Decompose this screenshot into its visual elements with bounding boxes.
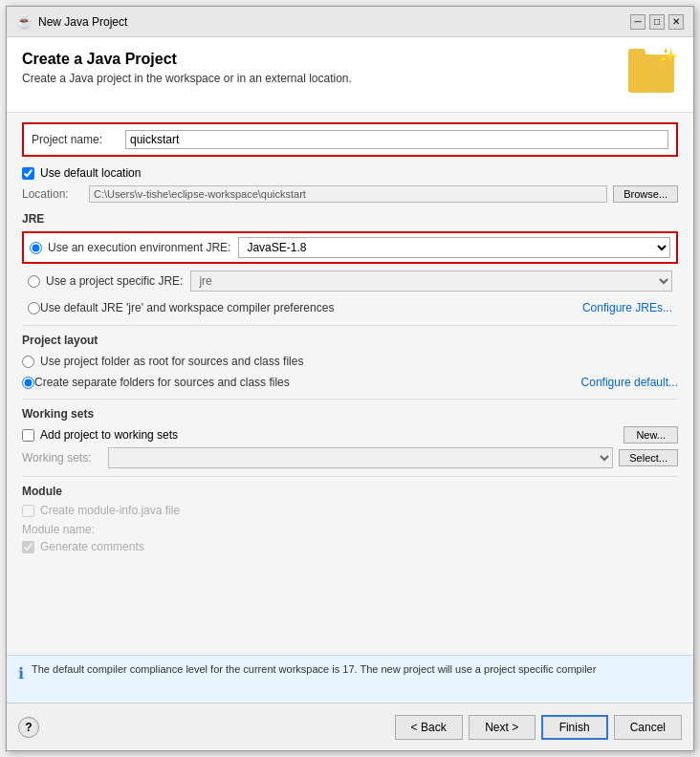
add-to-working-sets-label: Add project to working sets xyxy=(22,428,623,442)
jre-option3-row: Use default JRE 'jre' and workspace comp… xyxy=(22,298,678,317)
java-icon: ☕ xyxy=(16,14,33,30)
configure-default-link[interactable]: Configure default... xyxy=(581,376,678,389)
jre-option2-row: Use a project specific JRE: jre xyxy=(22,268,678,294)
header-section: Create a Java Project Create a Java proj… xyxy=(7,37,693,113)
footer: ? < Back Next > Finish Cancel xyxy=(7,703,693,750)
generate-comments-checkbox[interactable] xyxy=(22,541,34,553)
location-row: Location: Browse... xyxy=(22,185,678,203)
module-name-row: Module name: xyxy=(22,523,678,536)
layout-option2-radio[interactable] xyxy=(22,377,34,389)
title-bar-text: New Java Project xyxy=(38,15,127,29)
layout-option2-row: Create separate folders for sources and … xyxy=(22,374,678,391)
header-text: Create a Java Project Create a Java proj… xyxy=(22,51,352,85)
new-working-set-button[interactable]: New... xyxy=(623,426,678,443)
title-bar: ☕ New Java Project ─ □ ✕ xyxy=(7,7,693,37)
folder-icon xyxy=(628,54,674,93)
project-name-label: Project name: xyxy=(32,133,118,146)
module-section-title: Module xyxy=(22,485,678,498)
use-default-location-checkbox[interactable] xyxy=(22,167,34,180)
jre-specific-select[interactable]: jre xyxy=(190,270,672,292)
create-module-info-row: Create module-info.java file xyxy=(22,504,678,517)
title-bar-controls: ─ □ ✕ xyxy=(630,14,684,30)
info-message: The default compiler compliance level fo… xyxy=(32,663,596,675)
layout-option1-radio[interactable] xyxy=(22,356,34,368)
add-to-working-sets-text: Add project to working sets xyxy=(40,428,178,442)
divider2 xyxy=(22,399,678,400)
page-title: Create a Java Project xyxy=(22,51,352,68)
jre-option1-label: Use an execution environment JRE: xyxy=(48,241,230,254)
working-sets-title: Working sets xyxy=(22,407,678,421)
layout-section-title: Project layout xyxy=(22,334,678,347)
jre-option3-inner: Use default JRE 'jre' and workspace comp… xyxy=(28,301,334,314)
info-icon: ℹ xyxy=(18,664,24,682)
location-label: Location: xyxy=(22,187,89,201)
finish-button[interactable]: Finish xyxy=(541,715,608,740)
working-sets-select-row: Working sets: Select... xyxy=(22,447,678,468)
divider1 xyxy=(22,325,678,326)
generate-comments-label: Generate comments xyxy=(40,540,144,553)
create-module-info-label: Create module-info.java file xyxy=(40,504,180,517)
jre-section-title: JRE xyxy=(22,212,678,226)
select-working-sets-button[interactable]: Select... xyxy=(619,449,678,466)
add-to-working-sets-checkbox[interactable] xyxy=(22,429,34,442)
help-button[interactable]: ? xyxy=(18,717,39,738)
working-sets-row: Add project to working sets New... xyxy=(22,426,678,443)
next-button[interactable]: Next > xyxy=(469,715,536,740)
footer-right: < Back Next > Finish Cancel xyxy=(395,715,682,740)
jre-option1-radio[interactable] xyxy=(30,242,42,254)
module-section: Module Create module-info.java file Modu… xyxy=(22,485,678,553)
browse-button[interactable]: Browse... xyxy=(613,185,678,203)
dialog: ☕ New Java Project ─ □ ✕ Create a Java P… xyxy=(6,6,694,751)
divider3 xyxy=(22,476,678,477)
content: Project name: Use default location Locat… xyxy=(7,113,693,655)
cancel-button[interactable]: Cancel xyxy=(614,715,682,740)
footer-left: ? xyxy=(18,717,39,738)
title-bar-left: ☕ New Java Project xyxy=(16,14,127,30)
working-sets-label: Working sets: xyxy=(22,451,108,465)
layout-option2-label: Create separate folders for sources and … xyxy=(34,376,290,389)
jre-option3-radio[interactable] xyxy=(28,302,40,314)
jre-option1-highlighted: Use an execution environment JRE: JavaSE… xyxy=(22,231,678,264)
page-subtitle: Create a Java project in the workspace o… xyxy=(22,72,352,85)
module-name-label: Module name: xyxy=(22,523,108,536)
jre-option3-label: Use default JRE 'jre' and workspace comp… xyxy=(40,301,334,314)
project-name-section: Project name: xyxy=(22,122,678,157)
default-location-row: Use default location xyxy=(22,166,678,180)
layout-option2-inner: Create separate folders for sources and … xyxy=(22,376,290,389)
jre-option1-row: Use an execution environment JRE: JavaSE… xyxy=(30,237,670,258)
jre-option2-radio[interactable] xyxy=(28,275,40,288)
jre-section: JRE Use an execution environment JRE: Ja… xyxy=(22,212,678,317)
close-button[interactable]: ✕ xyxy=(668,14,684,30)
layout-option1-row: Use project folder as root for sources a… xyxy=(22,353,678,370)
maximize-button[interactable]: □ xyxy=(649,14,665,30)
working-sets-section: Working sets Add project to working sets… xyxy=(22,407,678,468)
layout-section: Project layout Use project folder as roo… xyxy=(22,334,678,391)
project-name-input[interactable] xyxy=(125,130,668,149)
use-default-location-label: Use default location xyxy=(40,166,141,180)
minimize-button[interactable]: ─ xyxy=(630,14,645,30)
location-input[interactable] xyxy=(89,185,607,203)
configure-jres-link[interactable]: Configure JREs... xyxy=(582,301,672,314)
jre-environment-select[interactable]: JavaSE-1.8 xyxy=(238,237,670,258)
header-icon xyxy=(628,51,678,100)
jre-option2-label: Use a project specific JRE: xyxy=(46,274,183,288)
working-sets-dropdown[interactable] xyxy=(108,447,613,468)
generate-comments-row: Generate comments xyxy=(22,540,678,553)
create-module-info-checkbox[interactable] xyxy=(22,505,34,517)
info-bar: ℹ The default compiler compliance level … xyxy=(7,655,693,703)
back-button[interactable]: < Back xyxy=(395,715,463,740)
layout-option1-label: Use project folder as root for sources a… xyxy=(40,355,303,368)
